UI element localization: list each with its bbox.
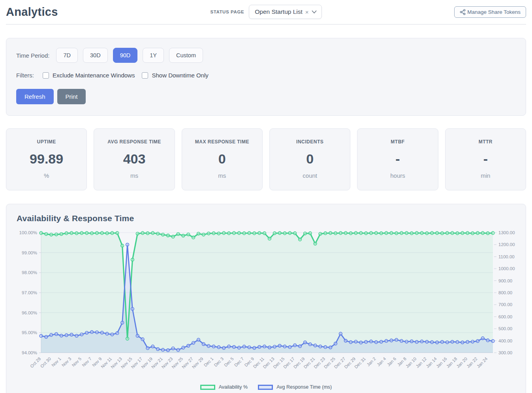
svg-text:Nov 7: Nov 7: [81, 356, 92, 368]
svg-text:Dec 5: Dec 5: [223, 356, 235, 368]
legend-label: Availability %: [219, 384, 248, 390]
filter-panel: Time Period: 7D 30D 90D 1Y Custom Filter…: [6, 38, 526, 116]
stat-value: 0: [272, 151, 348, 167]
availability-swatch: [200, 385, 215, 390]
checkbox-icon[interactable]: [142, 72, 148, 79]
svg-text:300.00: 300.00: [498, 350, 512, 355]
status-page-selected-value: Open Startup List: [255, 8, 303, 15]
share-icon: [460, 9, 466, 15]
stat-value: 403: [96, 151, 172, 167]
response-swatch: [258, 385, 273, 390]
checkbox-icon[interactable]: [43, 72, 49, 79]
svg-text:Jan 12: Jan 12: [415, 356, 427, 369]
header-divider: [6, 24, 526, 24]
stat-card-incidents: INCIDENTS 0 count: [269, 128, 350, 190]
stat-value: -: [360, 151, 435, 167]
svg-text:Jan 24: Jan 24: [476, 356, 489, 369]
svg-text:Nov 5: Nov 5: [71, 356, 82, 368]
svg-text:1000.00: 1000.00: [498, 266, 515, 271]
stat-label: MTBF: [360, 139, 435, 145]
stat-label: MAX RESPONSE TIME: [184, 139, 260, 145]
chart-title: Availability & Response Time: [17, 214, 521, 223]
availability-chart: 100.00%99.00%98.00%97.00%96.00%95.00%94.…: [11, 227, 521, 382]
period-button-1y[interactable]: 1Y: [143, 48, 164, 63]
svg-text:Dec 3: Dec 3: [213, 356, 224, 368]
stat-value: -: [448, 151, 523, 167]
stat-card-uptime: UPTIME 99.89 %: [6, 128, 87, 190]
svg-text:900.00: 900.00: [498, 278, 512, 283]
stat-unit: hours: [360, 172, 435, 179]
stats-row: UPTIME 99.89 % AVG RESPONSE TIME 403 ms …: [6, 128, 526, 190]
action-buttons-row: Refresh Print: [16, 89, 516, 104]
stat-label: UPTIME: [9, 139, 84, 145]
svg-text:Oct 28: Oct 28: [29, 356, 41, 369]
legend-item-response[interactable]: Avg Response Time (ms): [258, 384, 332, 390]
stat-unit: %: [9, 172, 84, 179]
legend-label: Avg Response Time (ms): [276, 384, 332, 390]
stat-card-mtbf: MTBF - hours: [357, 128, 438, 190]
svg-text:800.00: 800.00: [498, 290, 512, 295]
print-button[interactable]: Print: [57, 89, 86, 104]
stat-label: AVG RESPONSE TIME: [96, 139, 172, 145]
filters-row: Filters: Exclude Maintenance Windows Sho…: [16, 72, 516, 79]
svg-text:Nov 1: Nov 1: [51, 356, 62, 368]
svg-text:Jan 18: Jan 18: [446, 356, 458, 369]
manage-share-tokens-button[interactable]: Manage Share Tokens: [454, 6, 526, 18]
chart-panel: Availability & Response Time 100.00%99.0…: [6, 204, 526, 393]
svg-text:600.00: 600.00: [498, 314, 512, 319]
filters-label: Filters:: [16, 72, 34, 79]
stat-unit: count: [272, 172, 348, 179]
refresh-button[interactable]: Refresh: [16, 89, 54, 104]
svg-text:500.00: 500.00: [498, 326, 512, 331]
svg-text:96.00%: 96.00%: [22, 310, 37, 315]
stat-value: 99.89: [9, 151, 84, 167]
chart-legend: Availability % Avg Response Time (ms): [11, 384, 521, 390]
svg-text:Jan 20: Jan 20: [455, 356, 468, 369]
stat-card-max-response: MAX RESPONSE TIME 0 ms: [182, 128, 263, 190]
legend-item-availability[interactable]: Availability %: [200, 384, 248, 390]
svg-text:1200.00: 1200.00: [498, 242, 515, 247]
stat-unit: ms: [184, 172, 260, 179]
analytics-page: Analytics STATUS PAGE Open Startup List …: [0, 0, 532, 393]
status-page-select[interactable]: Open Startup List ×: [249, 5, 321, 19]
chevron-down-icon: [312, 10, 317, 14]
header-right: Manage Share Tokens: [322, 6, 526, 18]
period-button-7d[interactable]: 7D: [56, 48, 78, 63]
svg-text:Jan 6: Jan 6: [386, 356, 397, 367]
svg-text:Dec 31: Dec 31: [353, 356, 367, 369]
manage-share-tokens-label: Manage Share Tokens: [467, 9, 521, 15]
svg-text:94.00%: 94.00%: [22, 350, 37, 355]
stat-label: INCIDENTS: [272, 139, 348, 145]
svg-text:400.00: 400.00: [498, 338, 512, 343]
stat-card-mttr: MTTR - min: [445, 128, 526, 190]
svg-text:95.00%: 95.00%: [22, 330, 37, 335]
svg-text:Jan 4: Jan 4: [376, 356, 387, 367]
svg-text:Dec 7: Dec 7: [233, 356, 245, 368]
period-button-30d[interactable]: 30D: [83, 48, 108, 63]
svg-text:Jan 2: Jan 2: [366, 356, 377, 367]
period-button-custom[interactable]: Custom: [169, 48, 203, 63]
stat-unit: ms: [96, 172, 172, 179]
checkbox-show-downtime[interactable]: Show Downtime Only: [142, 72, 208, 79]
checkbox-exclude-maintenance[interactable]: Exclude Maintenance Windows: [43, 72, 135, 79]
stat-label: MTTR: [448, 139, 523, 145]
svg-text:1100.00: 1100.00: [498, 254, 515, 259]
header: Analytics STATUS PAGE Open Startup List …: [6, 0, 526, 21]
y-right-axis-labels: 1300.001200.001100.001000.00900.00800.00…: [494, 230, 515, 355]
y-left-axis-labels: 100.00%99.00%98.00%97.00%96.00%95.00%94.…: [19, 230, 37, 355]
checkbox-label: Exclude Maintenance Windows: [53, 72, 135, 79]
stat-unit: min: [448, 172, 523, 179]
period-button-90d[interactable]: 90D: [113, 48, 138, 63]
clear-selection-icon[interactable]: ×: [305, 9, 309, 15]
svg-text:Jan 16: Jan 16: [435, 356, 448, 369]
svg-text:Nov 29: Nov 29: [191, 356, 204, 369]
status-page-label: STATUS PAGE: [210, 9, 244, 14]
time-period-label: Time Period:: [16, 52, 49, 59]
stat-value: 0: [184, 151, 260, 167]
svg-text:Oct 30: Oct 30: [39, 356, 52, 369]
page-title: Analytics: [6, 6, 210, 19]
x-axis-labels: Oct 28Oct 30Nov 1Nov 3Nov 5Nov 7Nov 9Nov…: [29, 356, 489, 369]
checkbox-label: Show Downtime Only: [152, 72, 208, 79]
svg-text:Jan 14: Jan 14: [425, 356, 438, 369]
svg-text:Nov 3: Nov 3: [61, 356, 72, 368]
